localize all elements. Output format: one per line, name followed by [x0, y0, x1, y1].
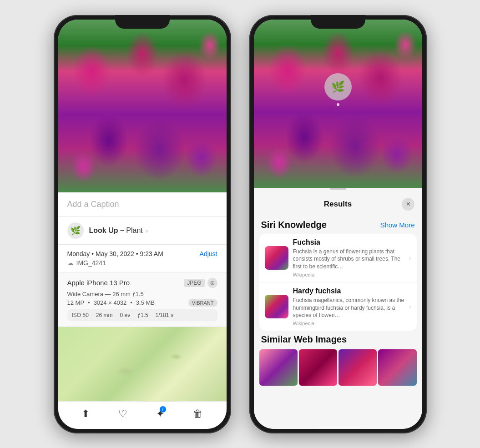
close-button[interactable]: ✕ — [402, 198, 414, 211]
similar-image-2[interactable] — [299, 349, 337, 386]
device-name: Apple iPhone 13 Pro — [67, 279, 130, 287]
flower-background — [58, 20, 227, 192]
similar-image-1[interactable] — [259, 349, 298, 386]
fuchsia-title: Fuchsia — [293, 238, 404, 247]
lookup-row[interactable]: 🌿 Look Up – Plant › — [58, 217, 227, 245]
separator1: • — [88, 299, 90, 306]
fuchsia-text: Fuchsia Fuchsia is a genus of flowering … — [293, 238, 404, 277]
similar-title: Similar Web Images — [261, 334, 415, 345]
meta-date-row: Monday • May 30, 2022 • 9:23 AM Adjust — [67, 250, 217, 257]
right-phone: 🌿 Results ✕ Siri Knowledge Show More — [249, 15, 427, 433]
device-badges: JPEG ◎ — [184, 278, 217, 288]
share-icon: ⬆ — [81, 408, 90, 419]
fuchsia-chevron: › — [409, 254, 411, 262]
meta-section: Monday • May 30, 2022 • 9:23 AM Adjust ☁… — [58, 245, 227, 272]
siri-dot — [337, 103, 339, 106]
hardy-thumb-image — [265, 295, 288, 318]
spec-row: 12 MP • 3024 × 4032 • 3.5 MB VIBRANT — [67, 299, 217, 307]
lookup-icon-circle: 🌿 — [67, 222, 84, 239]
caption-placeholder[interactable]: Add a Caption — [67, 200, 119, 209]
knowledge-item-hardy[interactable]: Hardy fuchsia Fuchsia magellanica, commo… — [259, 282, 417, 331]
right-photo-area[interactable]: 🌿 — [254, 20, 422, 188]
similar-image-4[interactable] — [378, 349, 416, 386]
siri-knowledge-header: Siri Knowledge Show More — [261, 220, 415, 230]
left-phone: Add a Caption 🌿 Look Up – Plant › Monday… — [54, 15, 231, 433]
map-overlay — [58, 327, 227, 401]
meta-date: Monday • May 30, 2022 • 9:23 AM — [67, 250, 163, 257]
hardy-chevron: › — [409, 303, 411, 310]
focal-length: 26 mm — [96, 312, 113, 318]
toolbar: ⬆ ♡ ✦ i 🗑 — [58, 401, 227, 429]
siri-knowledge-title: Siri Knowledge — [261, 220, 327, 230]
home-indicator — [120, 426, 165, 428]
location-icon: ◎ — [207, 278, 217, 288]
leaf-icon: 🌿 — [71, 226, 81, 236]
iso: ISO 50 — [72, 312, 89, 318]
ev: 0 ev — [120, 312, 131, 318]
results-panel: Results ✕ Siri Knowledge Show More — [254, 188, 422, 429]
photo-area[interactable] — [58, 20, 227, 192]
hardy-title: Hardy fuchsia — [293, 287, 404, 295]
heart-icon: ♡ — [118, 408, 127, 419]
shutter: 1/181 s — [156, 312, 173, 318]
camera-spec: Wide Camera — 26 mm ƒ1.5 — [67, 291, 217, 297]
lookup-chevron: › — [146, 227, 148, 234]
hardy-text: Hardy fuchsia Fuchsia magellanica, commo… — [293, 287, 404, 326]
meta-filename: ☁ IMG_4241 — [67, 259, 217, 267]
siri-visual-lookup-button[interactable]: 🌿 — [324, 73, 352, 101]
device-row: Apple iPhone 13 Pro JPEG ◎ — [67, 278, 217, 288]
info-badge: i — [160, 406, 166, 413]
hardy-source: Wikipedia — [293, 321, 404, 326]
info-button[interactable]: ✦ i — [156, 408, 164, 420]
adjust-button[interactable]: Adjust — [200, 250, 217, 257]
delete-button[interactable]: 🗑 — [193, 408, 203, 420]
vibrant-badge: VIBRANT — [188, 299, 217, 307]
knowledge-card: Fuchsia Fuchsia is a genus of flowering … — [259, 234, 417, 331]
exif-row: ISO 50 26 mm 0 ev ƒ1.5 1/181 s — [67, 309, 217, 321]
similar-image-3[interactable] — [339, 349, 377, 386]
knowledge-item-fuchsia[interactable]: Fuchsia Fuchsia is a genus of flowering … — [259, 234, 417, 282]
jpeg-badge: JPEG — [184, 279, 204, 287]
fuchsia-thumb-image — [265, 246, 288, 270]
lookup-label[interactable]: Look Up – Plant › — [89, 227, 148, 235]
left-phone-screen: Add a Caption 🌿 Look Up – Plant › Monday… — [58, 20, 227, 429]
fuchsia-desc: Fuchsia is a genus of flowering plants t… — [293, 248, 404, 271]
filename: IMG_4241 — [76, 259, 106, 267]
share-button[interactable]: ⬆ — [81, 408, 90, 420]
show-more-button[interactable]: Show More — [380, 221, 415, 229]
hardy-thumbnail — [265, 295, 288, 318]
map-area[interactable] — [58, 327, 227, 401]
caption-area[interactable]: Add a Caption — [58, 192, 227, 217]
right-phone-notch — [311, 15, 365, 29]
results-header: Results ✕ — [254, 193, 422, 215]
leaf-siri-icon: 🌿 — [331, 81, 345, 93]
separator2: • — [130, 299, 132, 306]
resolution: 3024 × 4032 — [94, 299, 127, 306]
like-button[interactable]: ♡ — [118, 408, 127, 420]
fuchsia-source: Wikipedia — [293, 272, 404, 277]
phone-notch — [115, 15, 170, 29]
filesize: 3.5 MB — [136, 299, 155, 306]
aperture: ƒ1.5 — [137, 312, 148, 318]
similar-images — [259, 349, 417, 386]
trash-icon: 🗑 — [193, 408, 203, 419]
results-title: Results — [324, 200, 352, 209]
mp: 12 MP — [67, 299, 85, 306]
cloud-icon: ☁ — [67, 259, 74, 267]
similar-section: Similar Web Images — [259, 334, 417, 386]
drag-handle[interactable] — [330, 188, 346, 190]
lookup-subject: Plant — [126, 227, 142, 234]
device-section: Apple iPhone 13 Pro JPEG ◎ Wide Camera —… — [58, 272, 227, 327]
hardy-desc: Fuchsia magellanica, commonly known as t… — [293, 297, 404, 319]
fuchsia-thumbnail — [265, 246, 288, 270]
right-phone-screen: 🌿 Results ✕ Siri Knowledge Show More — [254, 20, 422, 429]
results-content: Siri Knowledge Show More Fuchsia Fuchsia… — [254, 215, 422, 429]
right-home-indicator — [315, 426, 361, 428]
